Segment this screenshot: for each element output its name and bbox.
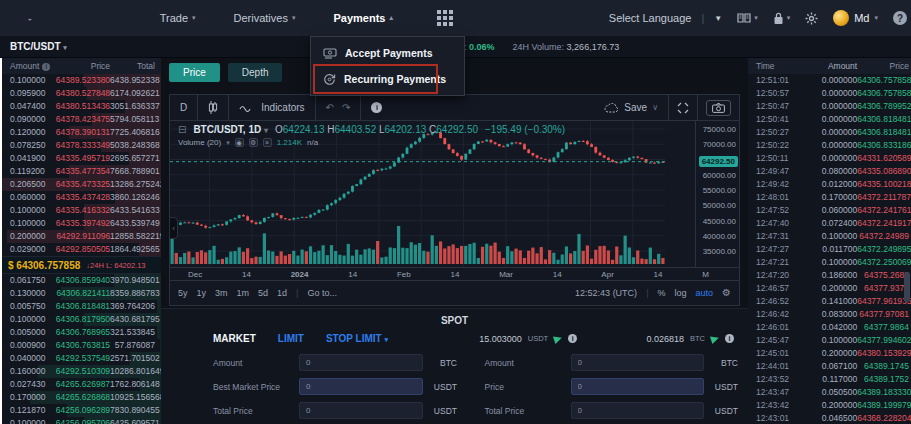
tab-market[interactable]: MARKET bbox=[213, 333, 256, 344]
trade-row[interactable]: 12:50:270.00000064306.818481 bbox=[748, 126, 911, 139]
auto-scale-button[interactable]: auto bbox=[696, 288, 714, 298]
orderbook-ask-row[interactable]: 0.09000064378.4234755794.058113 bbox=[2, 113, 161, 126]
trade-row[interactable]: 12:43:520.11700064389.1752 bbox=[748, 373, 911, 386]
transfer-icon[interactable] bbox=[553, 333, 563, 343]
nav-trade[interactable]: Trade ▾ bbox=[160, 12, 196, 24]
range-1m[interactable]: 1m bbox=[237, 288, 250, 298]
orderbook-bid-row[interactable]: 0.16000064292.51030910286.801649 bbox=[2, 365, 161, 378]
tab-depth[interactable]: Depth bbox=[228, 63, 283, 82]
trade-row[interactable]: 12:43:470.05050064389.183330 bbox=[748, 386, 911, 399]
orderbook-bid-row[interactable]: 0.13000064306.8214118359.886783 bbox=[2, 287, 161, 300]
collapse-legend-icon[interactable]: ⊟ bbox=[178, 124, 186, 135]
trade-row[interactable]: 12:46:520.14100064377.961935 bbox=[748, 295, 911, 308]
orderbook-ask-row[interactable]: 0.11920064335.4773547668.788901 bbox=[2, 165, 161, 178]
trade-row[interactable]: 12:50:220.00000064306.833186 bbox=[748, 139, 911, 152]
nav-derivatives[interactable]: Derivatives ▾ bbox=[234, 12, 296, 24]
chart-plot-area[interactable]: ⊟ BTC/USDT, 1D ▾ O64224.13 H64403.52 L64… bbox=[170, 121, 739, 267]
orderbook-ask-row[interactable]: 0.10000064335.3974926433.539749 bbox=[2, 217, 161, 230]
buy-input-amount[interactable] bbox=[299, 354, 423, 371]
trade-row[interactable]: 12:47:200.18600064375.2688 bbox=[748, 269, 911, 282]
buy-input-best-market-price[interactable] bbox=[299, 378, 423, 395]
orderbook-bid-row[interactable]: 0.12187064256.0962897830.890455 bbox=[2, 404, 161, 417]
tab-price[interactable]: Price bbox=[169, 63, 220, 82]
screenshot-button[interactable] bbox=[697, 95, 739, 120]
sell-input-price[interactable] bbox=[571, 378, 705, 395]
trade-row[interactable]: 12:47:310.10000064372.24989 bbox=[748, 230, 911, 243]
orderbook-bid-row[interactable]: 0.00575064306.818481369.764206 bbox=[2, 300, 161, 313]
info-icon[interactable]: i bbox=[725, 334, 734, 343]
pair-selector[interactable]: BTC/USDT ▾ bbox=[10, 41, 67, 52]
orderbook-ask-row[interactable]: 0.04190064335.4957192695.657271 bbox=[2, 152, 161, 165]
indicators-button[interactable]: Indicators bbox=[229, 95, 315, 120]
trade-row[interactable]: 12:44:010.06710064389.1745 bbox=[748, 360, 911, 373]
assets-menu-button[interactable]: ▾ bbox=[773, 12, 791, 25]
orderbook-bid-row[interactable]: 0.00090064306.76381557.876087 bbox=[2, 339, 161, 352]
price-axis[interactable]: 75000.0070000.0060000.0055000.0050000.00… bbox=[695, 121, 739, 267]
scrollbar-thumb[interactable] bbox=[904, 272, 910, 302]
orderbook-ask-row[interactable]: 0.10000064335.4163326433.541633 bbox=[2, 204, 161, 217]
trade-row[interactable]: 12:46:010.04200064377.9864 bbox=[748, 321, 911, 334]
trade-row[interactable]: 12:47:400.07240064372.241917 bbox=[748, 217, 911, 230]
trade-row[interactable]: 12:50:410.00000064306.818481 bbox=[748, 113, 911, 126]
transfer-icon[interactable] bbox=[710, 333, 720, 343]
orderbook-bid-row[interactable]: 0.17000064265.62686810925.156568 bbox=[2, 391, 161, 404]
chart-info-button[interactable]: i bbox=[361, 95, 392, 120]
settings-icon[interactable]: ⚙ bbox=[249, 138, 258, 147]
range-5d[interactable]: 5d bbox=[258, 288, 268, 298]
orderbook-bid-row[interactable]: 0.10000064256.0957066425.609571 bbox=[2, 417, 161, 424]
chart-clock[interactable]: 12:52:43 (UTC) bbox=[575, 288, 637, 298]
time-axis[interactable]: Dec14202414Feb14Mar14Apr14M bbox=[170, 267, 739, 280]
orderbook-bid-row[interactable]: 0.10000064306.8179506430.681795 bbox=[2, 313, 161, 326]
orderbook-ask-row[interactable]: 0.04740064380.5134363051.636337 bbox=[2, 100, 161, 113]
trade-row[interactable]: 12:47:210.10000064372.250069 bbox=[748, 256, 911, 269]
nav-payments[interactable]: Payments ▴ bbox=[333, 12, 393, 24]
range-1d[interactable]: 1d bbox=[277, 288, 287, 298]
orderbook-bid-row[interactable]: 0.02743064265.6269871762.806148 bbox=[2, 378, 161, 391]
trade-row[interactable]: 12:47:270.01170064372.249895 bbox=[748, 243, 911, 256]
candle-style-button[interactable] bbox=[198, 95, 229, 120]
info-icon[interactable]: i bbox=[568, 334, 577, 343]
trade-row[interactable]: 12:45:010.20000064380.153929 bbox=[748, 347, 911, 360]
orders-menu-button[interactable]: ▾ bbox=[737, 12, 758, 24]
trade-row[interactable]: 12:49:420.01200064335.100218 bbox=[748, 178, 911, 191]
log-scale-button[interactable]: log bbox=[674, 288, 686, 298]
menu-item-recurring-payments[interactable]: Recurring Payments bbox=[311, 66, 464, 92]
trade-row[interactable]: 12:46:420.08300064377.97081 bbox=[748, 308, 911, 321]
trade-row[interactable]: 12:47:520.06000064372.241761 bbox=[748, 204, 911, 217]
trade-row[interactable]: 12:48:010.17000064372.211787 bbox=[748, 191, 911, 204]
tab-limit[interactable]: LIMIT bbox=[278, 333, 304, 344]
trade-row[interactable]: 12:50:110.00000064331.620589 bbox=[748, 152, 911, 165]
close-icon[interactable]: × bbox=[263, 138, 272, 147]
range-1y[interactable]: 1y bbox=[197, 288, 207, 298]
percent-scale-button[interactable]: % bbox=[657, 288, 665, 298]
range-3m[interactable]: 3m bbox=[215, 288, 228, 298]
drawing-toolbar-toggle[interactable]: ‹ bbox=[169, 217, 178, 239]
sell-input-amount[interactable] bbox=[571, 354, 705, 371]
trade-row[interactable]: 12:51:010.00000064306.757858 bbox=[748, 74, 911, 87]
help-icon[interactable]: ? bbox=[893, 11, 907, 25]
trade-row[interactable]: 12:43:420.20000064389.199979 bbox=[748, 399, 911, 412]
orderbook-ask-row[interactable]: 0.06000064335.4374283860.126246 bbox=[2, 191, 161, 204]
language-selector[interactable]: Select Language | ▼ bbox=[609, 12, 722, 24]
menu-item-accept-payments[interactable]: Accept Payments bbox=[311, 40, 464, 66]
profile-menu[interactable]: Md ▾ bbox=[833, 10, 878, 26]
save-layout-button[interactable]: Save ∨ bbox=[594, 95, 668, 120]
orderbook-ask-row[interactable]: 0.12000064378.3901317725.406816 bbox=[2, 126, 161, 139]
trade-row[interactable]: 12:50:470.00000064306.789952 bbox=[748, 100, 911, 113]
eye-icon[interactable]: ◉ bbox=[235, 138, 244, 147]
trade-row[interactable]: 12:45:470.10000064377.994602 bbox=[748, 334, 911, 347]
orderbook-ask-row[interactable]: 0.02900064292.8505051864.492565 bbox=[2, 243, 161, 256]
trade-row[interactable]: 12:43:010.04650064368.228204 bbox=[748, 412, 911, 424]
tab-stop-limit[interactable]: STOP LIMIT ▾ bbox=[326, 333, 388, 344]
buy-input-total-price[interactable] bbox=[299, 402, 423, 419]
orderbook-ask-row[interactable]: 0.09590064380.5278486174.092621 bbox=[2, 87, 161, 100]
settings-button[interactable] bbox=[805, 12, 818, 25]
interval-button[interactable]: D bbox=[170, 95, 198, 120]
apps-grid-icon[interactable] bbox=[437, 10, 453, 26]
redo-icon[interactable]: ↷ bbox=[342, 102, 350, 113]
range-5y[interactable]: 5y bbox=[178, 288, 188, 298]
orderbook-bid-row[interactable]: 0.06175064306.8599403970.948501 bbox=[2, 274, 161, 287]
axis-settings-icon[interactable]: ⚙ bbox=[722, 287, 731, 298]
fullscreen-button[interactable] bbox=[668, 95, 697, 120]
goto-button[interactable]: Go to... bbox=[307, 288, 337, 298]
